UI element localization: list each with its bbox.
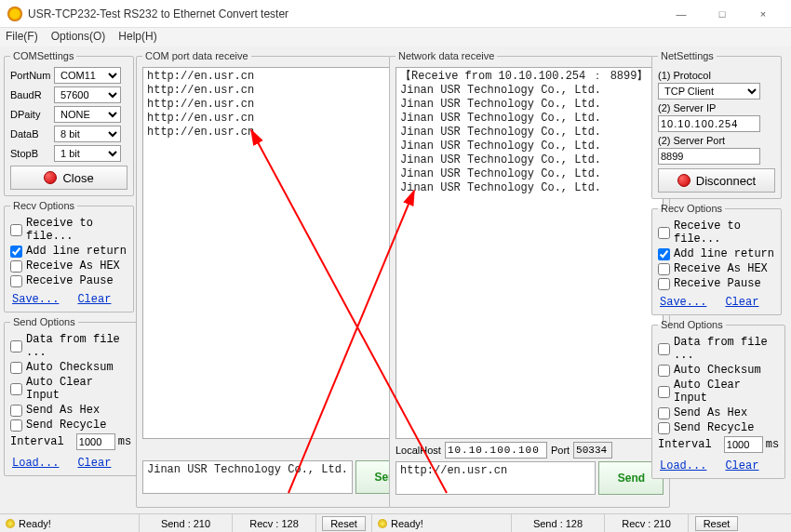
baud-select[interactable]: 57600 <box>54 86 121 103</box>
save-recv-left[interactable]: Save... <box>12 293 59 306</box>
data-from-file-left[interactable] <box>10 340 22 352</box>
net-recv-legend: Network data receive <box>396 50 497 61</box>
save-recv-right[interactable]: Save... <box>660 296 706 309</box>
stopb-label: StopB <box>10 148 51 159</box>
titlebar: USR-TCP232-Test RS232 to Ethernet Conver… <box>0 0 791 28</box>
clear-send-left[interactable]: Clear <box>77 457 111 470</box>
stopb-select[interactable]: 1 bit <box>54 145 121 162</box>
recv-to-file-right[interactable] <box>658 227 670 239</box>
recv1-label: Recv : 128 <box>249 518 299 529</box>
recv-to-file-left-label: Receive to file... <box>26 217 127 243</box>
add-line-left[interactable] <box>10 246 22 258</box>
auto-checksum-left-label: Auto Checksum <box>26 361 114 374</box>
send1-label: Send : 210 <box>161 518 210 529</box>
auto-clear-right[interactable] <box>658 386 670 398</box>
menu-help[interactable]: Help(H) <box>118 30 156 45</box>
auto-checksum-left[interactable] <box>10 362 22 374</box>
close-window-button[interactable]: × <box>743 0 784 28</box>
ms-left-label: ms <box>118 435 131 448</box>
serverport-input[interactable] <box>658 148 760 165</box>
send-recycle-right-label: Send Recycle <box>674 421 754 434</box>
port-label: Port <box>551 445 570 456</box>
recv-pause-left-label: Receive Pause <box>26 274 114 287</box>
recv-options-left-group: Recv Options Receive to file... Add line… <box>4 200 134 313</box>
send-hex-left[interactable] <box>10 405 22 417</box>
portnum-select[interactable]: COM11 <box>54 67 121 84</box>
auto-checksum-right[interactable] <box>658 365 670 377</box>
parity-label: DPaity <box>10 109 51 120</box>
data-from-file-left-label: Data from file ... <box>26 333 131 359</box>
ready1-label: Ready! <box>19 518 51 529</box>
clear-recv-left[interactable]: Clear <box>77 293 111 306</box>
serverport-label: (2) Server Port <box>658 135 775 146</box>
net-settings-legend: NetSettings <box>658 50 717 61</box>
recv-pause-left[interactable] <box>10 275 22 287</box>
com-recv-text[interactable]: http://en.usr.cn http://en.usr.cn http:/… <box>142 67 421 439</box>
datab-label: DataB <box>10 128 51 140</box>
send2-label: Send : 128 <box>533 518 583 529</box>
interval-right-label: Interval <box>658 438 712 451</box>
interval-right-input[interactable] <box>724 436 763 453</box>
com-recv-group: COM port data receive http://en.usr.cn h… <box>136 50 427 508</box>
net-recv-group: Network data receive 【Receive from 10.10… <box>389 50 670 508</box>
send-recycle-left-label: Send Recycle <box>26 419 106 432</box>
window-title: USR-TCP232-Test RS232 to Ethernet Conver… <box>28 7 661 20</box>
app-icon <box>7 7 22 21</box>
localhost-label: LocalHost <box>396 445 441 456</box>
send-recycle-right[interactable] <box>658 422 670 434</box>
ready2-label: Ready! <box>391 518 423 529</box>
close-com-button[interactable]: Close <box>10 166 127 190</box>
send-recycle-left[interactable] <box>10 419 22 432</box>
clear-send-right[interactable]: Clear <box>725 459 758 472</box>
recv-hex-right[interactable] <box>658 263 670 275</box>
com-settings-legend: COMSettings <box>10 50 76 61</box>
disconnect-button[interactable]: Disconnect <box>658 168 775 193</box>
com-recv-legend: COM port data receive <box>142 50 251 61</box>
record-icon <box>44 171 57 184</box>
menu-file[interactable]: File(F) <box>6 30 38 45</box>
reset1-button[interactable]: Reset <box>322 516 366 531</box>
baud-label: BaudR <box>10 89 51 100</box>
minimize-button[interactable]: — <box>661 0 702 28</box>
recv-hex-right-label: Receive As HEX <box>674 262 768 275</box>
interval-left-input[interactable] <box>76 433 115 450</box>
port-input[interactable] <box>573 442 612 459</box>
parity-select[interactable]: NONE <box>54 106 121 123</box>
serverip-input[interactable] <box>658 115 760 132</box>
bulb-icon <box>6 519 15 528</box>
add-line-right[interactable] <box>658 248 670 260</box>
load-send-right[interactable]: Load... <box>660 459 706 472</box>
auto-clear-right-label: Auto Clear Input <box>674 379 779 405</box>
recv-pause-right[interactable] <box>658 278 670 290</box>
maximize-button[interactable]: □ <box>702 0 743 28</box>
com-send-input[interactable]: Jinan USR Technology Co., Ltd. <box>142 460 353 494</box>
protocol-select[interactable]: TCP Client <box>658 83 760 100</box>
datab-select[interactable]: 8 bit <box>54 126 121 142</box>
net-send-input[interactable]: http://en.usr.cn <box>396 461 596 495</box>
net-recv-text[interactable]: 【Receive from 10.10.100.254 ： 8899】： Jin… <box>396 67 664 439</box>
send-hex-right[interactable] <box>658 407 670 419</box>
recv-to-file-left[interactable] <box>10 224 22 236</box>
menu-options[interactable]: Options(O) <box>51 30 106 45</box>
recv-options-left-legend: Recv Options <box>10 200 77 211</box>
record-icon <box>677 174 690 187</box>
data-from-file-right-label: Data from file ... <box>674 336 779 362</box>
clear-recv-right[interactable]: Clear <box>725 296 758 309</box>
data-from-file-right[interactable] <box>658 343 670 355</box>
portnum-label: PortNum <box>10 70 51 81</box>
send-options-right-group: Send Options Data from file ... Auto Che… <box>651 319 785 479</box>
statusbar: Ready! Send : 210 Recv : 128 Reset Ready… <box>0 513 791 532</box>
recv-hex-left[interactable] <box>10 260 22 273</box>
add-line-right-label: Add line return <box>674 247 774 260</box>
reset2-button[interactable]: Reset <box>695 516 739 531</box>
auto-clear-left[interactable] <box>10 383 22 395</box>
protocol-label: (1) Protocol <box>658 70 775 81</box>
send-options-left-group: Send Options Data from file ... Auto Che… <box>4 316 138 476</box>
recv2-label: Recv : 210 <box>622 518 671 529</box>
disconnect-label: Disconnect <box>696 174 756 188</box>
localhost-input[interactable] <box>445 442 547 459</box>
send-options-left-legend: Send Options <box>10 316 78 327</box>
add-line-left-label: Add line return <box>26 245 127 258</box>
load-send-left[interactable]: Load... <box>12 457 59 470</box>
recv-hex-left-label: Receive As HEX <box>26 259 120 273</box>
